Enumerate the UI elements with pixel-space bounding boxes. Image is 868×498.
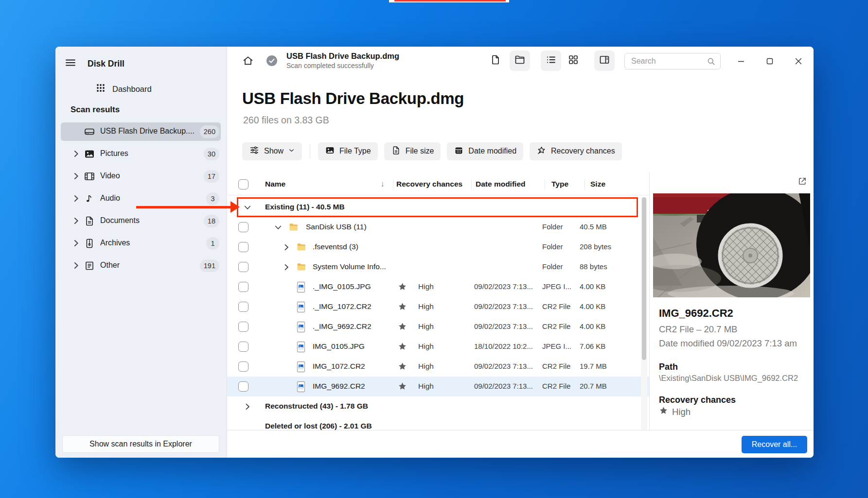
date-modified-value: 09/02/2023 7:13... — [474, 322, 533, 330]
column-separator — [585, 179, 585, 190]
table-row[interactable]: ._IMG_1072.CR2High09/02/2023 7:13...CR2 … — [227, 297, 649, 317]
chevron-right-icon[interactable] — [71, 149, 81, 160]
preview-panel: IMG_9692.CR2 CR2 File – 20.7 MB Date mod… — [649, 172, 814, 430]
sidebar-item-dashboard[interactable]: Dashboard — [95, 83, 152, 95]
recovery-chance-value: High — [418, 322, 434, 331]
file-view-button[interactable] — [485, 51, 506, 71]
column-header-date[interactable]: Date modified — [476, 180, 525, 189]
close-button[interactable] — [788, 51, 809, 71]
show-filter-button[interactable]: Show — [242, 142, 302, 160]
image-file-icon — [296, 381, 306, 395]
count-badge: 3 — [206, 192, 219, 205]
column-header-type[interactable]: Type — [551, 180, 568, 189]
chevron-down-icon[interactable] — [243, 203, 252, 214]
grid-view-button[interactable] — [563, 51, 584, 71]
folder-icon — [296, 241, 307, 254]
recover-all-button[interactable]: Recover all... — [742, 436, 807, 453]
row-checkbox[interactable] — [238, 361, 248, 372]
sidebar-item-usb[interactable]: USB Flash Drive Backup....260 — [61, 122, 221, 141]
filter-divider — [310, 144, 310, 158]
file-size-filter-button[interactable]: File size — [384, 142, 441, 160]
sidebar-nav: USB Flash Drive Backup....260Pictures30V… — [55, 122, 227, 279]
chevron-right-icon[interactable] — [243, 402, 252, 413]
star-slash-icon — [536, 145, 547, 157]
chevron-right-icon[interactable] — [282, 243, 291, 254]
sidebar-item-pictures[interactable]: Pictures30 — [61, 145, 221, 163]
chevron-right-icon[interactable] — [71, 261, 81, 272]
row-checkbox[interactable] — [238, 381, 248, 392]
group-label: Deleted or lost (206) - 2.01 GB — [265, 422, 372, 430]
file-type-value: CR2 File — [542, 382, 570, 390]
date-modified-filter-button[interactable]: Date modified — [447, 142, 523, 160]
chevron-right-icon[interactable] — [71, 239, 81, 250]
row-checkbox[interactable] — [238, 282, 248, 292]
recovery-chances-filter-button[interactable]: Recovery chances — [530, 142, 622, 160]
scrollbar-thumb[interactable] — [642, 197, 646, 360]
folder-icon — [514, 54, 526, 68]
row-checkbox[interactable] — [238, 222, 248, 232]
file-type-value: CR2 File — [542, 302, 570, 310]
open-external-icon[interactable] — [797, 176, 807, 188]
chevron-right-icon[interactable] — [71, 216, 81, 227]
show-scan-results-in-explorer-button[interactable]: Show scan results in Explorer — [62, 435, 219, 453]
dashboard-label: Dashboard — [112, 85, 152, 94]
sidebar-item-archives[interactable]: Archives1 — [61, 234, 221, 253]
show-filter-label: Show — [264, 147, 283, 155]
chevron-right-icon[interactable] — [71, 194, 81, 205]
sidebar-item-documents[interactable]: Documents18 — [61, 212, 221, 230]
group-row[interactable]: Existing (11) - 40.5 MB — [227, 197, 649, 217]
video-icon — [84, 171, 95, 184]
chevron-down-icon[interactable] — [274, 223, 283, 234]
sort-descending-icon[interactable]: ↓ — [381, 180, 385, 189]
table-row[interactable]: ._IMG_0105.JPGHigh09/02/2023 7:13...JPEG… — [227, 277, 649, 297]
table-row[interactable]: IMG_0105.JPGHigh18/10/2022 10:2...JPEG I… — [227, 337, 649, 357]
table-row[interactable]: .fseventsd (3)Folder208 bytes — [227, 237, 649, 257]
group-row[interactable]: Deleted or lost (206) - 2.01 GB — [227, 416, 649, 430]
select-all-checkbox[interactable] — [238, 179, 248, 189]
sidebar-item-other[interactable]: Other191 — [61, 257, 221, 275]
column-header-size[interactable]: Size — [590, 180, 605, 189]
file-name: .fseventsd (3) — [313, 242, 358, 251]
desktop-background: USB Flash Drive Backup.dmg Scan complete… — [0, 0, 868, 498]
sidebar-item-video[interactable]: Video17 — [61, 167, 221, 186]
search-box[interactable] — [624, 53, 721, 69]
minimize-button[interactable] — [731, 51, 751, 71]
file-icon — [490, 54, 501, 68]
vertical-scrollbar[interactable] — [641, 197, 647, 430]
group-row[interactable]: Reconstructed (43) - 1.78 GB — [227, 396, 649, 416]
file-type-value: Folder — [542, 242, 563, 251]
row-checkbox[interactable] — [238, 322, 248, 332]
search-input[interactable] — [631, 56, 704, 67]
file-size-value: 208 bytes — [580, 242, 611, 251]
sidebar-item-audio[interactable]: Audio3 — [61, 189, 221, 208]
home-icon[interactable] — [242, 55, 254, 69]
file-size-value: 19.7 MB — [580, 362, 607, 370]
table-row[interactable]: IMG_1072.CR2High09/02/2023 7:13...CR2 Fi… — [227, 357, 649, 377]
column-header-recovery[interactable]: Recovery chances — [396, 180, 462, 189]
chevron-right-icon[interactable] — [71, 172, 81, 183]
file-type-filter-button[interactable]: File Type — [318, 142, 378, 160]
table-row[interactable]: IMG_9692.CR2High09/02/2023 7:13...CR2 Fi… — [227, 377, 649, 396]
chevron-right-icon[interactable] — [282, 263, 291, 274]
star-icon — [398, 362, 407, 373]
column-header-name[interactable]: Name — [265, 180, 285, 189]
hamburger-menu-icon[interactable] — [64, 56, 77, 71]
file-name: ._IMG_0105.JPG — [313, 282, 371, 291]
preview-panel-toggle-button[interactable] — [594, 51, 615, 71]
folder-icon — [288, 222, 299, 234]
sidebar-item-label: USB Flash Drive Backup.... — [100, 127, 195, 136]
file-type-value: JPEG I... — [542, 342, 571, 350]
table-row[interactable]: System Volume Info...Folder88 bytes — [227, 257, 649, 277]
table-row[interactable]: SanDisk USB (11)Folder40.5 MB — [227, 217, 649, 237]
row-checkbox[interactable] — [238, 242, 248, 252]
row-checkbox[interactable] — [238, 342, 248, 352]
maximize-button[interactable] — [760, 51, 780, 71]
table-row[interactable]: ._IMG_9692.CR2High09/02/2023 7:13...CR2 … — [227, 317, 649, 337]
list-view-button[interactable] — [541, 51, 561, 71]
row-checkbox[interactable] — [238, 302, 248, 312]
preview-recovery-value-row: High — [659, 406, 691, 418]
file-name: SanDisk USB (11) — [306, 223, 367, 231]
folder-view-button[interactable] — [510, 51, 530, 71]
file-name: IMG_1072.CR2 — [313, 362, 365, 371]
row-checkbox[interactable] — [238, 262, 248, 272]
